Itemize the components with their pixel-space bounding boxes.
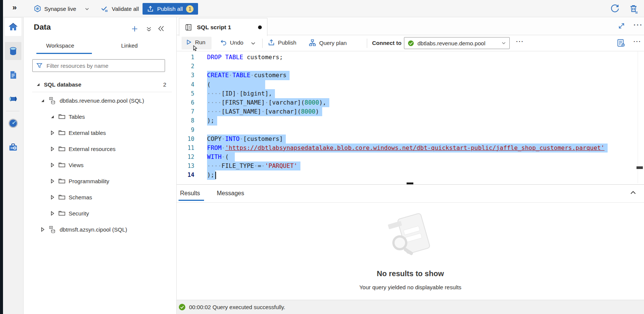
caret-expanded-icon[interactable] <box>50 114 55 119</box>
line-number: 7 <box>177 107 194 116</box>
caret-collapsed-icon[interactable] <box>50 130 55 135</box>
discard-trash-icon[interactable] <box>629 4 639 14</box>
code-line-4[interactable]: 4( <box>177 80 644 89</box>
run-button[interactable]: Run <box>186 39 206 45</box>
code-line-14[interactable]: 14); <box>177 170 644 179</box>
editor-more-icon[interactable]: ··· <box>633 39 641 44</box>
caret-collapsed-icon[interactable] <box>40 227 45 232</box>
publish-all-button[interactable]: Publish all 1 <box>143 3 198 15</box>
data-explorer-panel: Data Workspace Linked SQL database2dbtla… <box>24 17 177 314</box>
tree-item-label: Views <box>69 162 84 168</box>
editor-toolbar: Run Undo Publish Query plan Connect to d… <box>177 35 644 51</box>
line-number: 12 <box>177 153 194 161</box>
sql-code-editor[interactable]: 1DROP TABLE customers;23CREATE·TABLE·cus… <box>177 51 644 183</box>
code-line-12[interactable]: 12WITH·( <box>177 153 644 161</box>
code-line-10[interactable]: 10COPY·INTO·[customers] <box>177 135 644 144</box>
code-line-9[interactable]: 9 <box>177 126 644 135</box>
caret-collapsed-icon[interactable] <box>50 147 55 151</box>
tree-item-external-tables[interactable]: External tables <box>24 127 176 139</box>
tab-more-icon[interactable]: ··· <box>633 21 643 28</box>
mode-caret-icon[interactable] <box>85 7 89 11</box>
top-command-bar: » Synapse live Validate all Publish all … <box>0 0 644 17</box>
caret-collapsed-icon[interactable] <box>50 163 55 167</box>
sidebar-item-manage[interactable] <box>5 138 21 156</box>
code-line-3[interactable]: 3CREATE·TABLE·customers <box>177 71 644 80</box>
develop-document-icon <box>8 70 18 80</box>
connection-dropdown[interactable]: dbtlabs.revenue.demo.pool <box>404 37 510 49</box>
validate-all-button[interactable]: Validate all <box>101 4 139 13</box>
undo-button[interactable]: Undo <box>220 39 243 46</box>
tree-item-label: External tables <box>69 130 106 136</box>
tree-item-label: Schemas <box>69 194 92 200</box>
document-tab-bar: SQL script 1 ··· <box>177 17 644 35</box>
home-icon <box>8 22 18 32</box>
tree-item-programmability[interactable]: Programmability <box>24 175 176 187</box>
publish-upload-icon <box>268 39 275 46</box>
tree-item-label: Security <box>69 210 89 217</box>
sidebar-item-home[interactable] <box>5 18 21 36</box>
sidebar-item-develop[interactable] <box>5 66 21 84</box>
expand-panel-icon[interactable]: » <box>12 3 17 12</box>
synapse-live-selector[interactable]: Synapse live <box>34 5 76 12</box>
tree-item-dbtlabs-revenue-demo-pool-sql[interactable]: dbtlabs.revenue.demo.pool (SQL) <box>24 94 176 106</box>
tree-item-sql-database[interactable]: SQL database2 <box>24 78 176 90</box>
caret-expanded-icon[interactable] <box>36 82 41 87</box>
code-line-1[interactable]: 1DROP TABLE customers; <box>177 53 644 62</box>
tree-item-label: Programmability <box>69 178 109 184</box>
tree-item-label: SQL database <box>44 81 81 88</box>
caret-collapsed-icon[interactable] <box>50 195 55 200</box>
connection-name: dbtlabs.revenue.demo.pool <box>417 40 485 46</box>
publish-label: Publish <box>278 39 296 46</box>
tree-item-dbtmsft-azsyn-cipool-sql[interactable]: dbtmsft.azsyn.cipool (SQL) <box>24 223 176 235</box>
sidebar-item-monitor[interactable] <box>5 114 21 132</box>
caret-collapsed-icon[interactable] <box>50 211 55 216</box>
caret-expanded-icon[interactable] <box>40 98 45 103</box>
run-options-caret-icon[interactable] <box>251 41 256 46</box>
code-line-13[interactable]: 13····FILE_TYPE·=·'PARQUET' <box>177 161 644 170</box>
line-number: 8 <box>177 116 194 125</box>
main-work-area: SQL script 1 ··· Run Undo Publish <box>177 17 644 314</box>
tree-item-security[interactable]: Security <box>24 207 176 219</box>
upload-icon <box>147 6 154 12</box>
query-plan-button[interactable]: Query plan <box>309 39 347 46</box>
tree-item-count: 2 <box>163 81 166 88</box>
folder-icon <box>58 145 66 153</box>
code-line-7[interactable]: 7····[LAST_NAME]·[varchar](8000) <box>177 107 644 116</box>
properties-icon[interactable] <box>616 38 626 48</box>
code-line-2[interactable]: 2 <box>177 62 644 71</box>
unsaved-changes-dot <box>258 25 262 29</box>
publish-button[interactable]: Publish <box>268 39 296 46</box>
tab-messages[interactable]: Messages <box>217 190 244 197</box>
tree-item-external-resources[interactable]: External resources <box>24 143 176 155</box>
collapse-results-chevron-icon[interactable] <box>629 189 637 196</box>
code-line-8[interactable]: 8); <box>177 116 644 125</box>
tree-item-schemas[interactable]: Schemas <box>24 191 176 203</box>
rail-divider <box>6 111 20 111</box>
connection-caret-icon <box>501 41 506 45</box>
manage-toolbox-icon <box>8 142 18 153</box>
caret-collapsed-icon[interactable] <box>50 179 55 184</box>
toolbar-more-icon[interactable]: ··· <box>516 39 524 44</box>
scrollbar-cursor-marker[interactable] <box>636 166 643 169</box>
refresh-icon[interactable] <box>610 4 620 13</box>
tree-item-tables[interactable]: Tables <box>24 111 176 123</box>
tab-results[interactable]: Results <box>180 190 200 197</box>
line-number: 1 <box>177 53 194 62</box>
panel-resize-handle[interactable] <box>407 182 413 184</box>
tree-item-label: External resources <box>69 146 116 152</box>
tab-sql-script-1[interactable]: SQL script 1 <box>179 18 267 36</box>
folder-icon <box>58 209 66 217</box>
tree-item-views[interactable]: Views <box>24 159 176 171</box>
code-line-11[interactable]: 11FROM·'https://dbtlabsynapsedatalake.bl… <box>177 144 644 153</box>
code-line-5[interactable]: 5····[ID]·[bigint], <box>177 89 644 98</box>
expand-editor-icon[interactable] <box>618 22 625 30</box>
text-cursor <box>215 172 216 179</box>
line-number: 13 <box>177 161 194 170</box>
sidebar-item-integrate[interactable] <box>5 90 21 108</box>
line-number: 14 <box>177 170 194 179</box>
sidebar-item-data[interactable] <box>5 42 21 60</box>
line-number: 10 <box>177 135 194 144</box>
code-line-6[interactable]: 6····[FIRST_NAME]·[varchar](8000), <box>177 98 644 107</box>
line-number: 2 <box>177 62 194 71</box>
left-nav-rail <box>3 17 24 314</box>
